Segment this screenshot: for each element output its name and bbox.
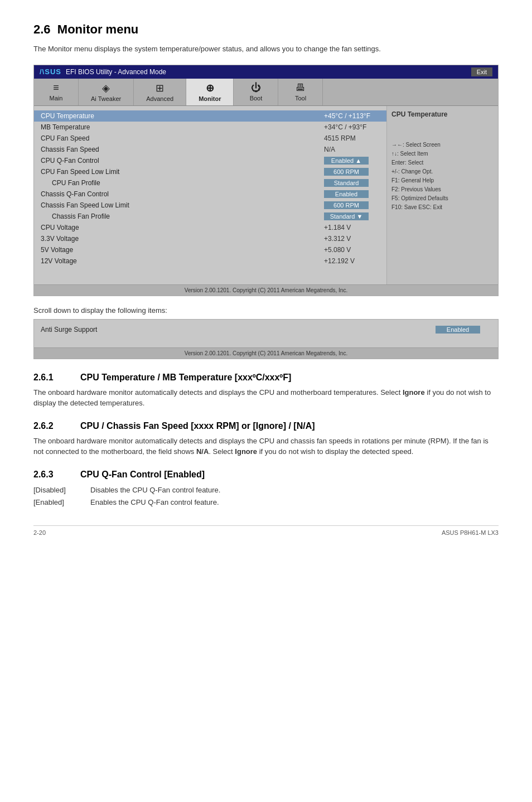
bios-sidebar: CPU Temperature →←: Select Screen↑↓: Sel… bbox=[386, 106, 498, 284]
bios-row[interactable]: Anti Surge SupportEnabled bbox=[34, 324, 498, 335]
bios-row-label: Anti Surge Support bbox=[41, 326, 436, 334]
subsection-desc: The onboard hardware monitor automatical… bbox=[33, 436, 499, 457]
bios-row-value: Enabled bbox=[324, 190, 380, 198]
boot-icon: ⏻ bbox=[251, 82, 261, 94]
subsection-title: 2.6.1CPU Temperature / MB Temperature [x… bbox=[33, 373, 499, 383]
bios-row[interactable]: CPU Voltage+1.184 V bbox=[34, 222, 386, 233]
bios-row[interactable]: Chassis Fan ProfileStandard ▼ bbox=[34, 211, 386, 222]
bios-row-label: Chassis Q-Fan Control bbox=[41, 190, 324, 198]
help-line: ↑↓: Select Item bbox=[391, 149, 494, 158]
bios-small-main: Anti Surge SupportEnabled bbox=[34, 320, 498, 347]
bios-row-value: +1.184 V bbox=[324, 224, 380, 231]
help-line: F10: Save ESC: Exit bbox=[391, 203, 494, 212]
option-key: [Enabled] bbox=[33, 496, 84, 509]
option-value: Disables the CPU Q-Fan control feature. bbox=[90, 484, 220, 496]
bios-nav: ≡ Main ◈ Ai Tweaker ⊞ Advanced ⊕ Monitor… bbox=[34, 79, 498, 106]
tab-tool[interactable]: 🖶 Tool bbox=[278, 79, 323, 105]
bios-row-label: Chassis Fan Speed bbox=[41, 146, 324, 153]
subsection-title: 2.6.3CPU Q-Fan Control [Enabled] bbox=[33, 470, 499, 480]
tab-advanced-label: Advanced bbox=[146, 95, 173, 102]
bios-footer: Version 2.00.1201. Copyright (C) 2011 Am… bbox=[34, 284, 498, 296]
help-line: F5: Optimized Defaults bbox=[391, 194, 494, 203]
bios-row-label: Chassis Fan Speed Low Limit bbox=[41, 201, 324, 209]
bios-row[interactable]: CPU Fan Speed Low Limit600 RPM bbox=[34, 166, 386, 177]
option-value: Enables the CPU Q-Fan control feature. bbox=[90, 496, 219, 509]
option-key: [Disabled] bbox=[33, 484, 84, 496]
exit-button[interactable]: Exit bbox=[471, 67, 492, 76]
tab-boot[interactable]: ⏻ Boot bbox=[234, 79, 278, 105]
bios-badge: Enabled ▲ bbox=[324, 157, 369, 165]
product-name: ASUS P8H61-M LX3 bbox=[442, 529, 499, 536]
option-row: [Disabled]Disables the CPU Q-Fan control… bbox=[33, 484, 499, 496]
subsection-desc: The onboard hardware monitor automatical… bbox=[33, 387, 499, 409]
tab-tool-label: Tool bbox=[295, 95, 306, 102]
tab-monitor-label: Monitor bbox=[199, 95, 221, 102]
bios-row-value: +12.192 V bbox=[324, 257, 380, 265]
bios-row[interactable]: 12V Voltage+12.192 V bbox=[34, 255, 386, 267]
subsection-label: CPU Temperature / MB Temperature [xxxºC/… bbox=[80, 373, 291, 383]
subsection-title: 2.6.2CPU / Chassis Fan Speed [xxxx RPM] … bbox=[33, 421, 499, 431]
bios-badge: 600 RPM bbox=[324, 168, 369, 176]
bios-row-label: CPU Fan Profile bbox=[41, 179, 324, 187]
bios-row[interactable]: Chassis Q-Fan ControlEnabled bbox=[34, 189, 386, 200]
bios-badge: Standard ▼ bbox=[324, 212, 369, 220]
subsection-label: CPU / Chassis Fan Speed [xxxx RPM] or [I… bbox=[80, 421, 315, 431]
bios-row-value: N/A bbox=[324, 146, 380, 153]
section-title: 2.6 Monitor menu bbox=[33, 22, 499, 37]
bios-row[interactable]: 5V Voltage+5.080 V bbox=[34, 244, 386, 255]
subsection-number: 2.6.2 bbox=[33, 421, 67, 431]
bios-row[interactable]: CPU Q-Fan ControlEnabled ▲ bbox=[34, 155, 386, 166]
sidebar-help: →←: Select Screen↑↓: Select ItemEnter: S… bbox=[391, 141, 494, 212]
asus-logo: /\SUS bbox=[40, 67, 61, 76]
options-table: [Disabled]Disables the CPU Q-Fan control… bbox=[33, 484, 499, 509]
bios-row[interactable]: CPU Fan ProfileStandard bbox=[34, 177, 386, 189]
tab-ai-tweaker[interactable]: ◈ Ai Tweaker bbox=[79, 79, 134, 105]
bios-row-value: Enabled bbox=[436, 326, 491, 334]
tab-monitor[interactable]: ⊕ Monitor bbox=[186, 79, 234, 105]
bios-row-label: CPU Temperature bbox=[41, 112, 324, 120]
subsection-number: 2.6.3 bbox=[33, 470, 67, 480]
bios-row[interactable]: MB Temperature+34°C / +93°F bbox=[34, 122, 386, 133]
bios-content: CPU Temperature+45°C / +113°FMB Temperat… bbox=[34, 106, 498, 284]
main-icon: ≡ bbox=[53, 82, 59, 94]
bios-row-label: CPU Voltage bbox=[41, 224, 324, 231]
tab-boot-label: Boot bbox=[250, 95, 263, 102]
scroll-label: Scroll down to display the following ite… bbox=[33, 306, 499, 315]
bios-main-panel: CPU Temperature+45°C / +113°FMB Temperat… bbox=[34, 106, 386, 284]
bios-row[interactable]: 3.3V Voltage+3.312 V bbox=[34, 233, 386, 244]
bios-row-value: 600 RPM bbox=[324, 168, 380, 176]
bios-row-value: +45°C / +113°F bbox=[324, 112, 380, 120]
bios-subtitle: EFI BIOS Utility - Advanced Mode bbox=[66, 68, 166, 76]
bios-row-value: Standard bbox=[324, 179, 380, 187]
bios-small-content: Anti Surge SupportEnabled bbox=[34, 320, 498, 347]
bios-titlebar: /\SUS EFI BIOS Utility - Advanced Mode E… bbox=[34, 65, 498, 79]
bios-row-label: CPU Fan Speed bbox=[41, 134, 324, 142]
bios-frame-small: Anti Surge SupportEnabled Version 2.00.1… bbox=[33, 319, 499, 359]
bios-row[interactable]: CPU Temperature+45°C / +113°F bbox=[34, 110, 386, 122]
help-line: →←: Select Screen bbox=[391, 141, 494, 149]
tab-ai-tweaker-label: Ai Tweaker bbox=[91, 95, 121, 102]
tab-advanced[interactable]: ⊞ Advanced bbox=[134, 79, 186, 105]
bios-row-value: +5.080 V bbox=[324, 246, 380, 254]
page-number: 2-20 bbox=[33, 529, 46, 536]
bios-row-label: CPU Fan Speed Low Limit bbox=[41, 168, 324, 176]
help-line: +/-: Change Opt. bbox=[391, 167, 494, 176]
advanced-icon: ⊞ bbox=[156, 82, 164, 94]
bios-row-label: 5V Voltage bbox=[41, 246, 324, 254]
tab-main[interactable]: ≡ Main bbox=[34, 79, 79, 105]
bios-row-label: CPU Q-Fan Control bbox=[41, 157, 324, 165]
bios-row-value: +3.312 V bbox=[324, 235, 380, 243]
bios-row-value: 4515 RPM bbox=[324, 134, 380, 142]
bios-row[interactable]: CPU Fan Speed4515 RPM bbox=[34, 133, 386, 144]
subsection: 2.6.1CPU Temperature / MB Temperature [x… bbox=[33, 373, 499, 409]
help-line: F2: Previous Values bbox=[391, 185, 494, 194]
bios-row[interactable]: Chassis Fan Speed Low Limit600 RPM bbox=[34, 200, 386, 211]
bios-row-label: MB Temperature bbox=[41, 123, 324, 131]
ai-tweaker-icon: ◈ bbox=[102, 82, 110, 94]
bios-small-footer: Version 2.00.1201. Copyright (C) 2011 Am… bbox=[34, 347, 498, 359]
bios-row-label: Chassis Fan Profile bbox=[41, 212, 324, 220]
tab-main-label: Main bbox=[50, 95, 63, 102]
bios-badge: Standard bbox=[324, 179, 369, 187]
bios-row[interactable]: Chassis Fan SpeedN/A bbox=[34, 144, 386, 155]
section-desc: The Monitor menu displays the system tem… bbox=[33, 44, 499, 55]
